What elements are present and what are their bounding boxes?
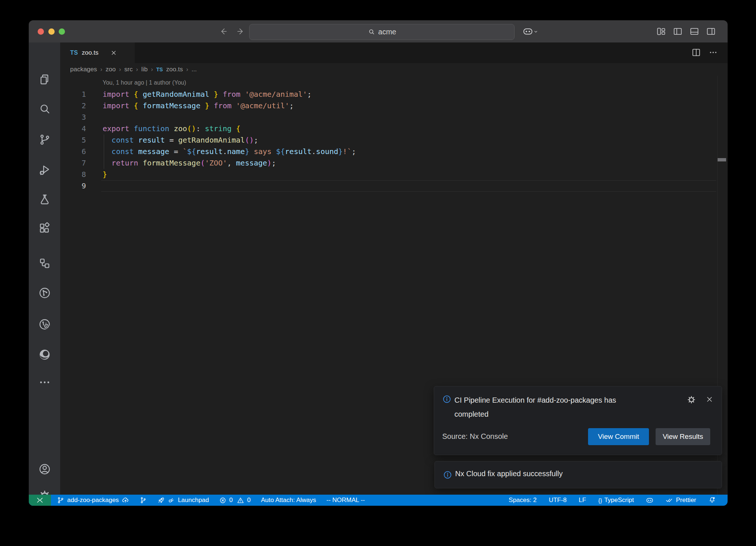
breadcrumb-item-more[interactable]: ... xyxy=(192,66,197,73)
activity-bar-projects-icon[interactable] xyxy=(38,257,51,270)
warning-icon xyxy=(237,497,244,504)
status-copilot[interactable] xyxy=(646,496,653,504)
status-auto-attach[interactable]: Auto Attach: Always xyxy=(261,496,316,504)
notification-toast-ci-pipeline: CI Pipeline Execution for #add-zoo-packa… xyxy=(434,386,722,455)
view-results-button[interactable]: View Results xyxy=(656,428,710,445)
activity-bar-extensions-icon[interactable] xyxy=(38,222,51,235)
activity-bar-edge-browser-icon[interactable] xyxy=(38,348,51,361)
status-launchpad[interactable]: Launchpad xyxy=(157,496,209,504)
tab-zoo-ts[interactable]: TS zoo.ts xyxy=(60,42,135,63)
activity-bar-testing-icon[interactable] xyxy=(38,193,51,206)
breadcrumb-item-file[interactable]: zoo.ts xyxy=(166,66,183,73)
toggle-secondary-sidebar-icon[interactable] xyxy=(706,27,716,36)
title-bar: acme xyxy=(29,20,728,42)
activity-bar-more-icon[interactable] xyxy=(38,376,51,389)
status-git-graph[interactable] xyxy=(140,496,147,504)
activity-bar-account-icon[interactable] xyxy=(38,463,51,475)
line-numbers: 123456789 xyxy=(60,89,86,192)
activity-bar-search-icon[interactable] xyxy=(38,103,51,115)
view-commit-button[interactable]: View Commit xyxy=(588,428,649,445)
overview-ruler-marker xyxy=(718,158,726,161)
status-label: add-zoo-packages xyxy=(67,496,119,504)
codelens-blame[interactable]: You, 1 hour ago | 1 author (You) xyxy=(103,79,186,86)
code-line: import { getRandomAnimal } from '@acme/a… xyxy=(103,89,356,100)
status-label: Prettier xyxy=(676,496,696,504)
notification-message: CI Pipeline Execution for #add-zoo-packa… xyxy=(454,393,635,421)
chevron-right-icon: › xyxy=(151,66,153,73)
forward-icon[interactable] xyxy=(236,27,245,36)
status-encoding[interactable]: UTF-8 xyxy=(549,496,567,504)
status-label: Launchpad xyxy=(178,496,209,504)
breadcrumb: packages›zoo›src›lib›TSzoo.ts›... xyxy=(70,63,197,76)
status-vim-mode[interactable]: -- NORMAL -- xyxy=(326,496,365,504)
zoom-window-button[interactable] xyxy=(59,28,65,35)
activity-bar-nx-console-icon[interactable] xyxy=(38,287,51,299)
line-number: 8 xyxy=(60,169,86,180)
activity-bar-nx-cloud-icon[interactable] xyxy=(38,318,51,331)
command-center-search[interactable]: acme xyxy=(249,24,515,40)
activity-bar-run-debug-icon[interactable] xyxy=(38,164,51,176)
status-problems[interactable]: 00 xyxy=(219,496,251,504)
status-label: LF xyxy=(579,496,586,504)
toggle-panel-icon[interactable] xyxy=(690,27,699,36)
minimize-window-button[interactable] xyxy=(48,28,55,35)
tab-label: zoo.ts xyxy=(82,49,98,57)
line-number: 6 xyxy=(60,146,86,157)
status-label: TypeScript xyxy=(604,496,634,504)
status-formatter[interactable]: Prettier xyxy=(666,496,696,504)
activity-bar-explorer-icon[interactable] xyxy=(38,73,51,86)
status-eol[interactable]: LF xyxy=(579,496,586,504)
line-number: 5 xyxy=(60,134,86,146)
git-branch-icon xyxy=(57,496,64,504)
status-bar: add-zoo-packagesLaunchpad00Auto Attach: … xyxy=(29,495,728,506)
split-editor-icon[interactable] xyxy=(691,48,701,57)
gear-icon[interactable] xyxy=(687,395,696,404)
search-value: acme xyxy=(378,28,396,36)
typescript-file-icon: TS xyxy=(70,50,78,56)
breadcrumb-item[interactable]: src xyxy=(124,66,133,73)
breadcrumb-item[interactable]: zoo xyxy=(106,66,116,73)
notification-message: Nx Cloud fix applied successfully xyxy=(455,470,563,478)
breadcrumb-item[interactable]: packages xyxy=(70,66,97,73)
close-icon[interactable] xyxy=(705,395,714,404)
status-language[interactable]: { }TypeScript xyxy=(598,496,634,504)
tab-bar: TS zoo.ts xyxy=(60,42,728,63)
line-number: 2 xyxy=(60,100,86,112)
line-number: 1 xyxy=(60,89,86,100)
line-number: 4 xyxy=(60,123,86,134)
line-number: 9 xyxy=(60,180,86,192)
remote-indicator[interactable] xyxy=(29,495,51,506)
chevron-right-icon: › xyxy=(119,66,121,73)
typescript-file-icon: TS xyxy=(156,66,163,72)
back-icon[interactable] xyxy=(219,27,228,36)
breadcrumb-item[interactable]: lib xyxy=(141,66,148,73)
status-indentation[interactable]: Spaces: 2 xyxy=(509,496,537,504)
search-icon xyxy=(368,28,376,36)
code-content[interactable]: import { getRandomAnimal } from '@acme/a… xyxy=(103,89,356,192)
close-icon[interactable] xyxy=(110,50,117,56)
activity-bar-source-control-icon[interactable] xyxy=(38,133,51,146)
customize-layout-icon[interactable] xyxy=(656,27,666,36)
code-line xyxy=(103,180,356,192)
error-count: 0 xyxy=(229,496,233,504)
warning-count: 0 xyxy=(247,496,250,504)
plug-icon xyxy=(168,496,175,504)
notification-source: Source: Nx Console xyxy=(442,432,508,441)
status-branch[interactable]: add-zoo-packages xyxy=(57,496,129,504)
chevron-right-icon: › xyxy=(100,66,102,73)
line-number: 3 xyxy=(60,112,86,123)
git-graph-icon xyxy=(140,496,147,504)
chevron-right-icon: › xyxy=(186,66,188,73)
copilot-menu-button[interactable] xyxy=(523,26,539,37)
status-label: Auto Attach: Always xyxy=(261,496,316,504)
error-icon xyxy=(219,497,226,504)
status-notifications-bell[interactable] xyxy=(708,496,716,504)
info-icon xyxy=(443,470,452,480)
more-actions-icon[interactable] xyxy=(708,48,718,57)
code-line xyxy=(103,112,356,123)
code-line: } xyxy=(103,169,356,180)
close-window-button[interactable] xyxy=(38,28,44,35)
bell-dot-icon xyxy=(708,496,716,504)
vscode-window: acme TS zoo.ts packages›zoo›src›lib›TSzo… xyxy=(29,20,728,506)
toggle-primary-sidebar-icon[interactable] xyxy=(673,27,683,36)
